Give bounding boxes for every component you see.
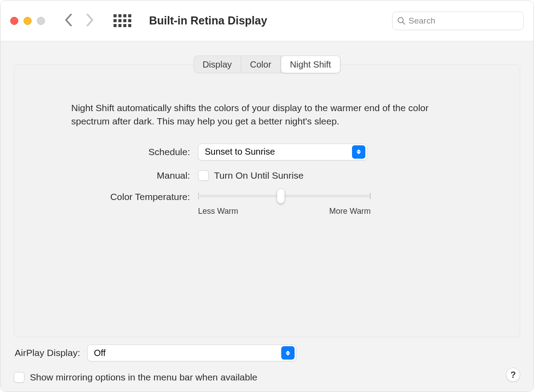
mirroring-row: Show mirroring options in the menu bar w… bbox=[14, 372, 520, 383]
zoom-window-button bbox=[37, 17, 45, 25]
traffic-lights bbox=[10, 17, 45, 25]
slider-thumb[interactable] bbox=[277, 188, 285, 204]
tab-segmented-control: Display Color Night Shift bbox=[14, 56, 520, 73]
airplay-value: Off bbox=[94, 348, 105, 358]
close-window-button[interactable] bbox=[10, 17, 18, 25]
help-button[interactable]: ? bbox=[506, 368, 520, 382]
tab-night-shift[interactable]: Night Shift bbox=[281, 56, 340, 73]
schedule-value: Sunset to Sunrise bbox=[205, 147, 275, 157]
night-shift-form: Schedule: Sunset to Sunrise Manual: Turn… bbox=[14, 144, 520, 216]
airplay-row: AirPlay Display: Off bbox=[14, 342, 520, 364]
mirroring-checkbox[interactable] bbox=[14, 372, 24, 383]
tab-color[interactable]: Color bbox=[241, 56, 281, 73]
up-down-caret-icon bbox=[352, 145, 365, 159]
up-down-caret-icon bbox=[281, 346, 295, 360]
night-shift-description: Night Shift automatically shifts the col… bbox=[71, 101, 463, 128]
mirroring-label: Show mirroring options in the menu bar w… bbox=[30, 372, 257, 383]
slider-max-label: More Warm bbox=[329, 207, 371, 216]
airplay-label: AirPlay Display: bbox=[15, 348, 80, 358]
search-input[interactable] bbox=[409, 16, 519, 26]
preferences-window: Built-in Retina Display Display Color Ni… bbox=[0, 0, 534, 392]
help-icon: ? bbox=[510, 370, 516, 380]
slider-tick-max bbox=[370, 193, 371, 199]
schedule-label: Schedule: bbox=[14, 147, 190, 157]
nav-buttons bbox=[65, 14, 94, 28]
window-toolbar: Built-in Retina Display bbox=[0, 0, 534, 41]
show-all-prefs-button[interactable] bbox=[113, 14, 131, 27]
airplay-select[interactable]: Off bbox=[87, 344, 296, 361]
minimize-window-button[interactable] bbox=[24, 17, 32, 25]
main-content: Display Color Night Shift Night Shift au… bbox=[0, 41, 534, 392]
window-title: Built-in Retina Display bbox=[149, 14, 267, 27]
svg-line-1 bbox=[403, 22, 405, 24]
manual-checkbox[interactable] bbox=[198, 170, 209, 181]
night-shift-pane: Night Shift automatically shifts the col… bbox=[14, 64, 520, 337]
manual-label: Manual: bbox=[14, 170, 190, 181]
manual-checkbox-label: Turn On Until Sunrise bbox=[214, 170, 303, 181]
search-icon bbox=[397, 16, 406, 25]
color-temperature-slider[interactable] bbox=[198, 191, 371, 201]
slider-min-label: Less Warm bbox=[198, 207, 238, 216]
search-field[interactable] bbox=[392, 12, 524, 30]
schedule-select[interactable]: Sunset to Sunrise bbox=[198, 144, 367, 160]
tab-display[interactable]: Display bbox=[194, 56, 241, 73]
color-temperature-label: Color Temperature: bbox=[14, 191, 190, 202]
back-button[interactable] bbox=[65, 14, 73, 28]
forward-button bbox=[86, 14, 94, 28]
